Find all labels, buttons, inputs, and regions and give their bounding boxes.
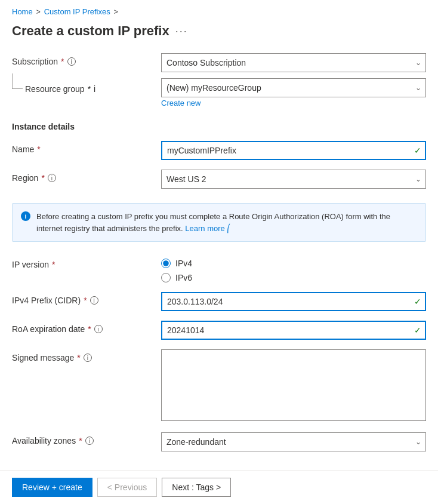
ipv6-label[interactable]: IPv6	[175, 273, 192, 282]
resource-group-control: (New) myResourceGroup ⌄ Create new	[161, 78, 426, 107]
info-box: i Before creating a custom IP prefix you…	[12, 203, 426, 242]
ipv4-radio[interactable]	[161, 259, 171, 268]
availability-zones-required: *	[79, 436, 82, 445]
region-label: Region * i	[12, 170, 155, 183]
roa-expiration-input[interactable]	[161, 321, 426, 340]
resource-group-label: Resource group	[25, 84, 85, 94]
breadcrumb-parent[interactable]: Custom IP Prefixes	[44, 7, 110, 16]
next-button[interactable]: Next : Tags >	[162, 478, 231, 497]
ipv4-prefix-row: IPv4 Prefix (CIDR) * i ✓	[12, 287, 426, 316]
availability-zones-select[interactable]: Zone-redundant	[161, 432, 426, 451]
ipv4-label[interactable]: IPv4	[175, 259, 192, 268]
ipv4-prefix-check-icon: ✓	[414, 297, 421, 306]
roa-expiration-row: RoA expiration date * i ✓	[12, 316, 426, 345]
subscription-required: *	[61, 57, 64, 66]
roa-expiration-required: *	[88, 324, 91, 334]
resource-group-label-wrap: Resource group * i	[12, 78, 155, 94]
breadcrumb-home[interactable]: Home	[12, 7, 33, 16]
ipv6-option[interactable]: IPv6	[161, 273, 426, 282]
availability-zones-control: Zone-redundant ⌄	[161, 432, 426, 451]
roa-expiration-info-icon[interactable]: i	[94, 325, 103, 333]
region-control: West US 2 ⌄	[161, 170, 426, 189]
signed-message-info-icon[interactable]: i	[84, 354, 92, 362]
info-box-text: Before creating a custom IP prefix you m…	[36, 211, 417, 234]
subscription-select[interactable]: Contoso Subscription	[161, 53, 426, 72]
name-control: ✓	[161, 141, 426, 160]
review-create-button[interactable]: Review + create	[12, 478, 92, 497]
ip-version-label: IP version *	[12, 256, 155, 269]
signed-message-textarea-wrap	[161, 349, 426, 423]
resource-group-select-wrap: (New) myResourceGroup ⌄	[161, 78, 426, 97]
learn-more-link[interactable]: Learn more ⎛	[185, 224, 231, 233]
signed-message-textarea[interactable]	[161, 349, 426, 421]
more-options-button[interactable]: ···	[175, 25, 188, 38]
region-info-icon[interactable]: i	[48, 174, 56, 182]
ipv4-prefix-info-icon[interactable]: i	[90, 296, 98, 305]
subscription-info-icon[interactable]: i	[67, 57, 76, 66]
availability-zones-row: Availability zones * i Zone-redundant ⌄	[12, 428, 426, 456]
subscription-row: Subscription * i Contoso Subscription ⌄	[12, 48, 426, 77]
name-label: Name *	[12, 141, 155, 154]
roa-expiration-input-wrap: ✓	[161, 321, 426, 340]
breadcrumb-sep1: >	[36, 8, 41, 16]
signed-message-label: Signed message * i	[12, 349, 155, 362]
resource-group-required: *	[88, 84, 91, 94]
subscription-select-wrap: Contoso Subscription ⌄	[161, 53, 426, 72]
roa-expiration-label: RoA expiration date * i	[12, 321, 155, 334]
form-content: Subscription * i Contoso Subscription ⌄ …	[0, 48, 438, 504]
name-input-wrap: ✓	[161, 141, 426, 160]
roa-expiration-control: ✓	[161, 321, 426, 340]
name-required: *	[37, 145, 40, 154]
ip-version-required: *	[52, 260, 55, 269]
previous-button[interactable]: < Previous	[97, 478, 158, 497]
ipv4-prefix-input-wrap: ✓	[161, 292, 426, 311]
availability-zones-info-icon[interactable]: i	[85, 437, 94, 445]
name-row: Name * ✓	[12, 136, 426, 165]
resource-group-info-icon[interactable]: i	[94, 84, 95, 94]
ipv4-prefix-required: *	[84, 296, 87, 305]
resource-group-select[interactable]: (New) myResourceGroup	[161, 78, 426, 97]
ipv4-prefix-label: IPv4 Prefix (CIDR) * i	[12, 292, 155, 305]
roa-expiration-check-icon: ✓	[414, 325, 421, 335]
name-check-icon: ✓	[414, 146, 421, 155]
region-row: Region * i West US 2 ⌄	[12, 165, 426, 193]
breadcrumb-sep2: >	[114, 8, 118, 16]
page-title: Create a custom IP prefix	[12, 23, 169, 39]
subscription-label: Subscription * i	[12, 53, 155, 66]
availability-zones-select-wrap: Zone-redundant ⌄	[161, 432, 426, 451]
subscription-control: Contoso Subscription ⌄	[161, 53, 426, 72]
ip-version-control: IPv4 IPv6	[161, 256, 426, 282]
ip-version-radio-group: IPv4 IPv6	[161, 256, 426, 282]
ipv6-radio[interactable]	[161, 273, 171, 282]
region-select-wrap: West US 2 ⌄	[161, 170, 426, 189]
signed-message-control	[161, 349, 426, 423]
ip-version-row: IP version * IPv4 IPv6	[12, 251, 426, 287]
ipv4-prefix-control: ✓	[161, 292, 426, 311]
name-input[interactable]	[161, 141, 426, 160]
info-box-icon: i	[21, 211, 30, 221]
instance-details-header: Instance details	[12, 112, 426, 136]
ipv4-option[interactable]: IPv4	[161, 259, 426, 268]
region-select[interactable]: West US 2	[161, 170, 426, 189]
region-required: *	[41, 173, 44, 183]
breadcrumb: Home > Custom IP Prefixes >	[0, 0, 438, 21]
signed-message-required: *	[77, 353, 80, 362]
availability-zones-label: Availability zones * i	[12, 432, 155, 445]
page-header: Create a custom IP prefix ···	[0, 21, 438, 48]
create-new-link[interactable]: Create new	[161, 99, 201, 107]
signed-message-row: Signed message * i	[12, 345, 426, 428]
resource-group-row: Resource group * i (New) myResourceGroup…	[12, 77, 426, 112]
footer: Review + create < Previous Next : Tags >	[0, 470, 438, 504]
ipv4-prefix-input[interactable]	[161, 292, 426, 311]
